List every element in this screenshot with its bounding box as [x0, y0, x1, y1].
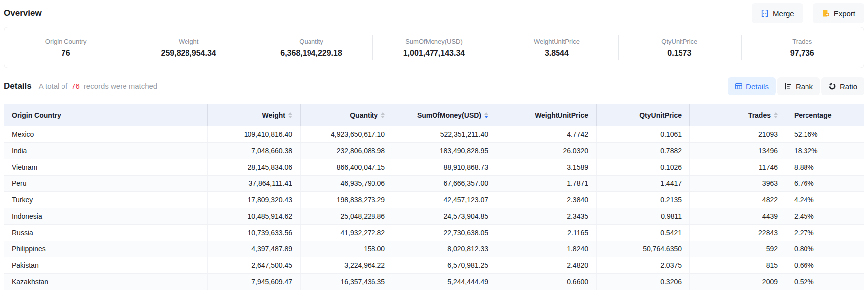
records-matched-prefix: A total of: [39, 82, 67, 90]
table-cell: 0.52%: [786, 274, 864, 290]
stat-value: 0.1573: [667, 49, 691, 58]
details-summary: Details A total of 76 records were match…: [4, 81, 157, 91]
table-row: Turkey17,809,320.43198,838,273.2942,457,…: [4, 192, 864, 208]
table-cell: 198,838,273.29: [301, 192, 393, 208]
sort-carets-icon[interactable]: [288, 112, 292, 118]
stat-label: QtyUnitPrice: [661, 38, 697, 45]
table-cell: 17,809,320.43: [208, 192, 301, 208]
table-header-row: Origin Country Weight Quantity SumOfMone…: [4, 104, 864, 126]
topbar: Overview Merge: [4, 0, 864, 21]
export-button[interactable]: Export: [813, 3, 864, 23]
table-cell: Pakistan: [4, 257, 208, 273]
overview-page: Overview Merge: [0, 0, 868, 290]
table-cell: 2.0375: [597, 257, 690, 273]
table-cell: Indonesia: [4, 208, 208, 224]
table-cell: 10,739,633.56: [208, 225, 301, 241]
tab-details[interactable]: Details: [728, 77, 776, 95]
table-cell: 4.7742: [496, 126, 597, 142]
tab-ratio[interactable]: Ratio: [821, 77, 864, 95]
table-cell: 158.00: [301, 241, 393, 257]
table-cell: 6,570,981.25: [393, 257, 496, 273]
table-cell: 109,410,816.40: [208, 126, 301, 142]
table-cell: Turkey: [4, 192, 208, 208]
table-cell: 3.1589: [496, 159, 597, 175]
column-header-trades[interactable]: Trades: [690, 104, 786, 126]
sort-carets-icon[interactable]: [774, 112, 778, 118]
column-header-qty-unit-price: QtyUnitPrice: [597, 104, 690, 126]
table-cell: Mexico: [4, 126, 208, 142]
table-cell: 2.45%: [786, 208, 864, 224]
stat-label: SumOfMoney(USD): [405, 38, 463, 45]
stat-value: 97,736: [790, 49, 814, 58]
table-row: Indonesia10,485,914.6225,048,228.8624,57…: [4, 208, 864, 225]
table-row: Peru37,864,111.4146,935,790.0667,666,357…: [4, 176, 864, 192]
column-header-label: Trades: [748, 111, 771, 119]
stat-card-quantity: Quantity 6,368,194,229.18: [250, 27, 372, 68]
table-cell: 1.4417: [597, 176, 690, 191]
sort-carets-icon[interactable]: [381, 112, 385, 118]
table-cell: 0.80%: [786, 241, 864, 257]
table-row: Vietnam28,145,834.06866,400,047.1588,910…: [4, 159, 864, 176]
stat-value: 3.8544: [545, 49, 569, 58]
export-button-label: Export: [834, 9, 855, 18]
table-cell: 0.66%: [786, 257, 864, 273]
details-bar: Details A total of 76 records were match…: [4, 77, 864, 95]
column-header-percentage: Percentage: [786, 104, 864, 126]
table-cell: 88,910,868.73: [393, 159, 496, 175]
table-cell: 4.24%: [786, 192, 864, 208]
table-cell: Russia: [4, 225, 208, 241]
page-title: Overview: [4, 8, 42, 18]
column-header-weight[interactable]: Weight: [208, 104, 301, 126]
table-cell: 2009: [690, 274, 786, 290]
column-header-sum-of-money[interactable]: SumOfMoney(USD): [393, 104, 496, 126]
table-row: Mexico109,410,816.404,923,650,617.10522,…: [4, 126, 864, 143]
table-cell: 6.76%: [786, 176, 864, 191]
stat-label: Quantity: [299, 38, 323, 45]
overview-stats-panel: Origin Country 76 Weight 259,828,954.34 …: [4, 27, 864, 68]
column-header-label: WeightUnitPrice: [535, 111, 588, 119]
table-cell: 1.8240: [496, 241, 597, 257]
table-cell: 815: [690, 257, 786, 273]
table-cell: India: [4, 143, 208, 159]
table-cell: 24,573,904.85: [393, 208, 496, 224]
stat-card-weight: Weight 259,828,954.34: [127, 27, 249, 68]
stat-card-origin-country: Origin Country 76: [4, 27, 127, 68]
table-cell: 3,224,964.22: [301, 257, 393, 273]
table-cell: 7,945,609.47: [208, 274, 301, 290]
table-row: Philippines4,397,487.89158.008,020,812.3…: [4, 241, 864, 257]
table-cell: 866,400,047.15: [301, 159, 393, 175]
stat-value: 1,001,477,143.34: [403, 49, 465, 58]
table-cell: Peru: [4, 176, 208, 191]
export-doc-icon: [822, 9, 830, 17]
tab-rank[interactable]: Rank: [777, 77, 820, 95]
table-cell: 232,806,088.98: [301, 143, 393, 159]
table-cell: 2.3435: [496, 208, 597, 224]
tab-rank-label: Rank: [796, 82, 813, 91]
donut-chart-icon: [828, 82, 836, 90]
merge-cells-icon: [761, 9, 769, 17]
table-cell: 0.1061: [597, 126, 690, 142]
table-cell: 37,864,111.41: [208, 176, 301, 191]
stat-card-weight-unit-price: WeightUnitPrice 3.8544: [496, 27, 618, 68]
table-cell: 13496: [690, 143, 786, 159]
bar-chart-icon: [784, 82, 792, 90]
table-cell: 183,490,828.95: [393, 143, 496, 159]
column-header-quantity[interactable]: Quantity: [301, 104, 393, 126]
table-cell: Kazakhstan: [4, 274, 208, 290]
details-title: Details: [4, 81, 32, 91]
table-cell: 21093: [690, 126, 786, 142]
table-cell: 18.32%: [786, 143, 864, 159]
table-cell: 0.2135: [597, 192, 690, 208]
table-cell: 3963: [690, 176, 786, 191]
stat-card-sum-of-money: SumOfMoney(USD) 1,001,477,143.34: [372, 27, 495, 68]
column-header-label: Origin Country: [12, 111, 61, 119]
sort-carets-icon-active-desc[interactable]: [484, 112, 488, 118]
table-row: Kazakhstan7,945,609.4716,357,436.355,244…: [4, 274, 864, 290]
table-cell: 26.0320: [496, 143, 597, 159]
merge-button[interactable]: Merge: [752, 3, 803, 23]
table-cell: 7,048,660.38: [208, 143, 301, 159]
tab-ratio-label: Ratio: [840, 82, 857, 91]
stat-card-trades: Trades 97,736: [741, 27, 864, 68]
stat-label: Origin Country: [45, 38, 87, 45]
topbar-actions: Merge Export: [752, 3, 864, 23]
